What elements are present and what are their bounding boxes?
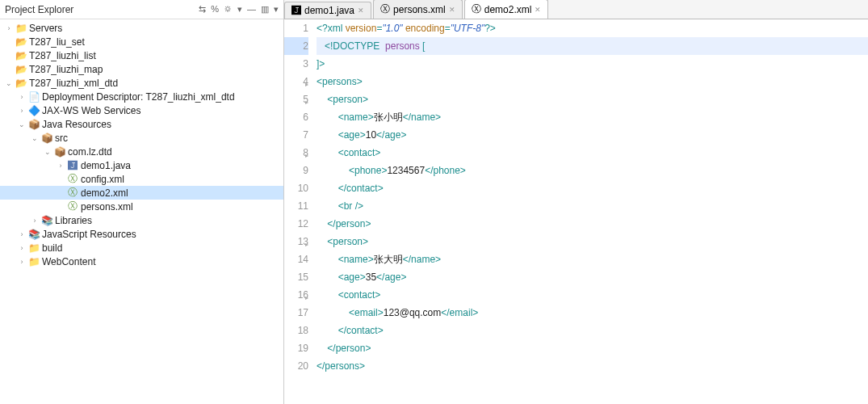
code-line[interactable]: <age>10</age> — [317, 126, 868, 144]
ws-icon: 🔷 — [27, 105, 40, 116]
expand-icon[interactable]: ⌄ — [16, 120, 27, 128]
project-tree[interactable]: ›📁Servers📂T287_liu_set📂T287_liuzhi_list📂… — [0, 19, 283, 404]
token-txt — [317, 40, 325, 52]
code-line[interactable]: <?xml version="1.0" encoding="UTF-8"?> — [317, 19, 868, 37]
xml-icon: Ⓧ — [380, 2, 390, 16]
tree-item-t287-liuzhi-map[interactable]: 📂T287_liuzhi_map — [0, 62, 283, 76]
tree-item-servers[interactable]: ›📁Servers — [0, 21, 283, 35]
close-icon[interactable]: ✕ — [449, 6, 455, 14]
close-icon[interactable]: ✕ — [358, 6, 364, 15]
toolbar-icon-4[interactable]: — — [247, 4, 256, 15]
tab-demo2-xml[interactable]: Ⓧdemo2.xml✕ — [464, 0, 549, 19]
java-icon: 🅹 — [66, 160, 79, 171]
token-txt — [317, 200, 338, 212]
token-tag: = — [445, 23, 451, 34]
expand-icon[interactable]: › — [29, 217, 40, 225]
expand-icon[interactable]: › — [16, 244, 27, 252]
expand-icon[interactable]: › — [3, 24, 15, 32]
code-line[interactable]: <persons> — [317, 73, 868, 90]
toolbar-icon-5[interactable]: ▥ — [261, 4, 269, 15]
expand-icon[interactable]: › — [16, 107, 27, 115]
code-line[interactable]: <!DOCTYPE persons [ — [317, 37, 868, 55]
toolbar-icon-3[interactable]: ▾ — [237, 4, 242, 15]
line-number: 20 — [284, 357, 308, 375]
code-line[interactable]: </contact> — [317, 322, 868, 339]
token-tag: <name> — [338, 112, 374, 123]
fldr-icon: 📁 — [15, 23, 27, 34]
token-tag: <br /> — [338, 200, 363, 212]
code-line[interactable]: <name>张小明</name> — [317, 108, 868, 126]
expand-icon[interactable]: › — [16, 258, 27, 266]
expand-icon[interactable]: ⌄ — [42, 148, 53, 156]
tree-label: config.xml — [81, 174, 124, 185]
tree-item-com-lz-dtd[interactable]: ⌄📦com.lz.dtd — [0, 145, 283, 158]
code-editor[interactable]: 1234567891011121314151617181920 <?xml ve… — [284, 19, 868, 404]
editor-area: 🅹demo1.java✕Ⓧpersons.xml✕Ⓧdemo2.xml✕ 123… — [284, 0, 868, 404]
token-pi: xml — [328, 23, 346, 34]
code-line[interactable]: <br /> — [317, 197, 868, 215]
code-line[interactable]: <phone>1234567</phone> — [317, 162, 868, 179]
tree-label: persons.xml — [81, 201, 133, 213]
tree-item-libraries[interactable]: ›📚Libraries — [0, 213, 283, 227]
expand-icon[interactable]: ⌄ — [29, 134, 40, 142]
token-tag: </phone> — [425, 165, 466, 176]
tree-label: com.lz.dtd — [68, 146, 112, 158]
expand-icon[interactable]: › — [55, 162, 66, 170]
tree-item-webcontent[interactable]: ›📁WebContent — [0, 255, 283, 268]
token-tag: <person> — [327, 94, 368, 105]
expand-icon[interactable]: › — [16, 93, 27, 101]
code-line[interactable]: </contact> — [317, 179, 868, 197]
code-line[interactable]: </persons> — [317, 357, 868, 375]
tree-item-t287-liuzhi-xml-dtd[interactable]: ⌄📂T287_liuzhi_xml_dtd — [0, 76, 283, 90]
token-tag: </name> — [403, 112, 441, 123]
tree-item-java-resources[interactable]: ⌄📦Java Resources — [0, 117, 283, 131]
toolbar-icon-0[interactable]: ⇆ — [199, 4, 206, 15]
expand-icon[interactable]: › — [16, 230, 27, 238]
pkg-icon: 📦 — [40, 133, 53, 144]
line-number: 1 — [284, 19, 308, 37]
close-icon[interactable]: ✕ — [535, 6, 541, 14]
xml-icon: Ⓧ — [472, 2, 481, 16]
tree-item-persons-xml[interactable]: Ⓧpersons.xml — [0, 200, 283, 213]
tree-item-javascript-resources[interactable]: ›📚JavaScript Resources — [0, 227, 283, 241]
code-line[interactable]: ]> — [317, 55, 868, 73]
tree-item-demo2-xml[interactable]: Ⓧdemo2.xml — [0, 186, 283, 200]
tree-label: T287_liuzhi_map — [29, 64, 103, 75]
code-line[interactable]: <email>123@qq.com</email> — [317, 304, 868, 322]
code-line[interactable]: <person> — [317, 233, 868, 250]
toolbar-icon-6[interactable]: ▾ — [274, 4, 279, 15]
fldr-icon: 📁 — [27, 256, 40, 267]
token-txt — [317, 129, 338, 141]
tree-item-t287-liu-set[interactable]: 📂T287_liu_set — [0, 35, 283, 48]
token-tag: </email> — [441, 307, 478, 318]
tree-item-config-xml[interactable]: Ⓧconfig.xml — [0, 172, 283, 186]
code-line[interactable]: <age>35</age> — [317, 268, 868, 286]
code-line[interactable]: <person> — [317, 90, 868, 108]
tree-item-build[interactable]: ›📁build — [0, 241, 283, 255]
token-txt — [317, 147, 338, 158]
code-line[interactable]: </person> — [317, 215, 868, 233]
tab-demo1-java[interactable]: 🅹demo1.java✕ — [284, 2, 371, 19]
line-number: 2 — [284, 37, 308, 55]
code-line[interactable]: </person> — [317, 339, 868, 357]
tree-item-demo1-java[interactable]: ›🅹demo1.java — [0, 158, 283, 172]
tree-item-jax-ws-web-services[interactable]: ›🔷JAX-WS Web Services — [0, 103, 283, 117]
tab-persons-xml[interactable]: Ⓧpersons.xml✕ — [373, 0, 463, 19]
token-tag: <age> — [338, 129, 366, 141]
tree-item-deployment-descriptor-t287-liuzhi-xml-dtd[interactable]: ›📄Deployment Descriptor: T287_liuzhi_xml… — [0, 90, 283, 103]
toolbar-icon-2[interactable]: ⛭ — [224, 4, 233, 15]
tree-item-t287-liuzhi-list[interactable]: 📂T287_liuzhi_list — [0, 48, 283, 62]
expand-icon[interactable]: ⌄ — [3, 79, 15, 87]
code-line[interactable]: <contact> — [317, 144, 868, 162]
tree-item-src[interactable]: ⌄📦src — [0, 131, 283, 145]
token-doct: [ — [422, 40, 425, 52]
tree-label: T287_liu_set — [29, 36, 85, 48]
toolbar-icon-1[interactable]: % — [211, 4, 219, 15]
code-line[interactable]: <contact> — [317, 286, 868, 304]
src-icon: 📦 — [27, 119, 40, 130]
code-line[interactable]: <name>张大明</name> — [317, 250, 868, 268]
token-txt: 张小明 — [374, 112, 403, 123]
tab-label: persons.xml — [393, 4, 446, 15]
code-content[interactable]: <?xml version="1.0" encoding="UTF-8"?> <… — [317, 19, 868, 404]
pkg-icon: 📦 — [53, 146, 66, 158]
